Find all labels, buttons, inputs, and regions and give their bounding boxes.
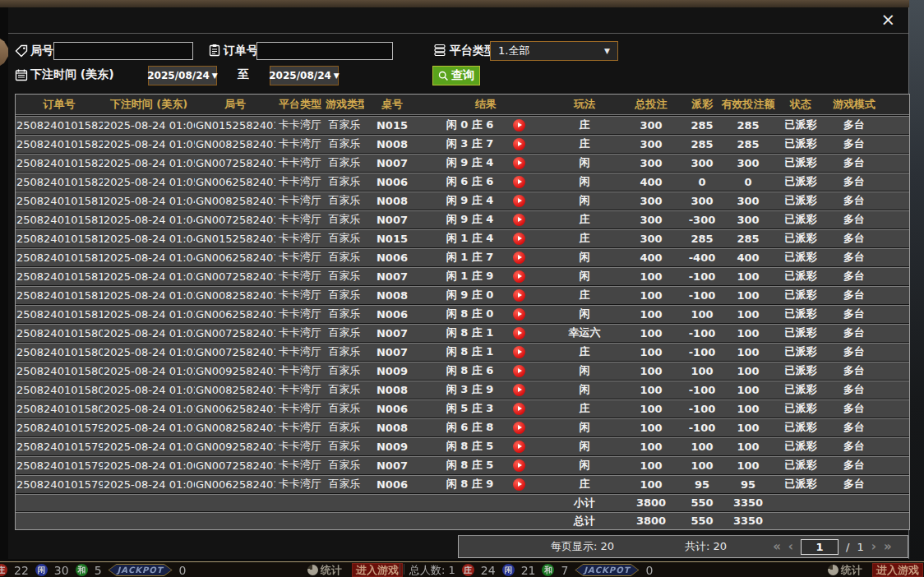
cell-spacer — [884, 342, 909, 361]
cell-platform-type: 卡卡湾厅 — [275, 342, 325, 361]
replay-icon[interactable] — [513, 195, 525, 207]
subtotal-label: 小计 — [552, 493, 617, 511]
table-row: 2508240101580502025-08-24 01:02:03GN0082… — [16, 380, 909, 399]
cell-game-mode: 多台 — [825, 304, 884, 323]
col-header-bet-time: 下注时间 (美东) — [103, 95, 195, 115]
cell-table-no: N007 — [364, 210, 420, 228]
date-to-picker[interactable]: 2025/08/24 ▼ — [270, 66, 339, 85]
table-header: 订单号 下注时间 (美东) 局号 平台类型 游戏类型 桌号 结果 玩法 总投注 … — [16, 95, 909, 115]
bet-records-table: 订单号 下注时间 (美东) 局号 平台类型 游戏类型 桌号 结果 玩法 总投注 … — [15, 94, 910, 530]
player-count: 21 — [521, 564, 536, 577]
cell-platform-type: 卡卡湾厅 — [275, 323, 325, 342]
cell-platform-type: 卡卡湾厅 — [275, 266, 325, 285]
cell-valid-bet: 100 — [719, 380, 777, 399]
cell-result: 闲 1 庄 4 — [420, 228, 552, 247]
cell-payout: 100 — [685, 361, 719, 380]
replay-icon[interactable] — [513, 176, 525, 188]
replay-icon[interactable] — [513, 252, 525, 264]
cell-status: 已派彩 — [777, 191, 825, 210]
table-row: 2508240101579902025-08-24 01:01:07GN0092… — [16, 436, 909, 455]
replay-icon[interactable] — [513, 119, 525, 132]
cell-valid-bet: 100 — [719, 418, 777, 436]
replay-icon[interactable] — [513, 327, 525, 339]
cell-bet-time: 2025-08-24 01:05:28 — [103, 172, 195, 191]
replay-icon[interactable] — [513, 403, 525, 415]
first-page-icon[interactable]: « — [773, 541, 781, 552]
platform-type-select[interactable]: 1.全部 ▼ — [490, 41, 618, 61]
result-text: 闲 8 庄 1 — [446, 344, 494, 359]
replay-icon[interactable] — [513, 478, 525, 491]
date-to-value: 2025/08/24 — [269, 70, 331, 81]
replay-icon[interactable] — [513, 346, 525, 358]
col-header-table-no: 桌号 — [364, 95, 420, 115]
next-page-icon[interactable]: › — [871, 541, 876, 552]
cell-game-mode: 多台 — [825, 418, 884, 436]
cell-spacer — [884, 228, 909, 247]
replay-icon[interactable] — [513, 270, 525, 283]
cell-bet-time: 2025-08-24 01:04:35 — [103, 247, 195, 266]
col-header-round-no: 局号 — [195, 95, 275, 115]
cell-game-mode: 多台 — [825, 134, 884, 153]
subtotal-total-bet: 3800 — [617, 493, 685, 511]
cell-game-type: 百家乐 — [325, 304, 364, 323]
result-text: 闲 8 庄 9 — [446, 477, 494, 492]
page-number-input[interactable] — [801, 539, 839, 555]
tie-count: 5 — [95, 564, 102, 577]
cell-game-mode: 多台 — [825, 153, 884, 172]
cell-status: 已派彩 — [777, 418, 825, 436]
replay-icon[interactable] — [513, 459, 525, 472]
cell-table-no: N007 — [364, 323, 420, 342]
table-row: 2508240101581802025-08-24 01:04:43GN0152… — [16, 228, 909, 247]
left-table-actions: 统计 进入游戏 — [307, 563, 403, 577]
prev-page-icon[interactable]: ‹ — [788, 541, 793, 552]
col-header-total-bet: 总投注 — [617, 95, 685, 115]
cell-bet-time: 2025-08-24 01:03:23 — [103, 285, 195, 304]
query-button[interactable]: 查询 — [432, 66, 480, 85]
close-icon[interactable]: × — [880, 10, 895, 30]
cell-round-no: GN0072582401H — [195, 210, 275, 228]
cell-play-type: 庄 — [552, 115, 617, 134]
stats-button[interactable]: 统计 — [828, 563, 862, 577]
replay-icon[interactable] — [513, 138, 525, 150]
cell-status: 已派彩 — [777, 342, 825, 361]
result-text: 闲 1 庄 7 — [446, 250, 494, 265]
result-text: 闲 9 庄 0 — [446, 288, 494, 302]
cell-game-mode: 多台 — [825, 474, 884, 493]
cell-spacer — [884, 210, 909, 228]
cell-payout: 100 — [685, 304, 719, 323]
cell-table-no: N009 — [364, 361, 420, 380]
replay-icon[interactable] — [513, 384, 525, 396]
enter-game-button[interactable]: 进入游戏 — [872, 563, 923, 577]
cell-play-type: 庄 — [552, 228, 617, 247]
cell-platform-type: 卡卡湾厅 — [275, 172, 325, 191]
cell-game-type: 百家乐 — [325, 323, 364, 342]
cell-table-no: N008 — [364, 134, 420, 153]
cell-order-no: 250824010158047 — [16, 399, 103, 418]
cell-game-type: 百家乐 — [325, 285, 364, 304]
replay-icon[interactable] — [513, 214, 525, 226]
replay-icon[interactable] — [513, 441, 525, 453]
replay-icon[interactable] — [513, 289, 525, 302]
cell-order-no: 250824010158174 — [16, 247, 103, 266]
cell-valid-bet: 285 — [719, 134, 777, 153]
replay-icon[interactable] — [513, 365, 525, 377]
enter-game-button[interactable]: 进入游戏 — [352, 563, 403, 577]
cell-platform-type: 卡卡湾厅 — [275, 361, 325, 380]
cell-game-type: 百家乐 — [325, 153, 364, 172]
replay-icon[interactable] — [513, 233, 525, 245]
col-header-status: 状态 — [777, 95, 825, 115]
stats-button[interactable]: 统计 — [307, 563, 342, 577]
order-no-input[interactable] — [256, 42, 393, 60]
cell-payout: -100 — [685, 418, 719, 436]
cell-order-no: 250824010158226 — [16, 153, 103, 172]
cell-total-bet: 400 — [617, 172, 685, 191]
replay-icon[interactable] — [513, 157, 525, 169]
replay-icon[interactable] — [513, 422, 525, 434]
game-no-input[interactable] — [53, 42, 193, 60]
cell-table-no: N006 — [364, 247, 420, 266]
date-from-picker[interactable]: 2025/08/24 ▼ — [148, 66, 217, 85]
cell-total-bet: 300 — [617, 153, 685, 172]
last-page-icon[interactable]: » — [884, 541, 892, 552]
cell-status: 已派彩 — [777, 153, 825, 172]
replay-icon[interactable] — [513, 308, 525, 321]
